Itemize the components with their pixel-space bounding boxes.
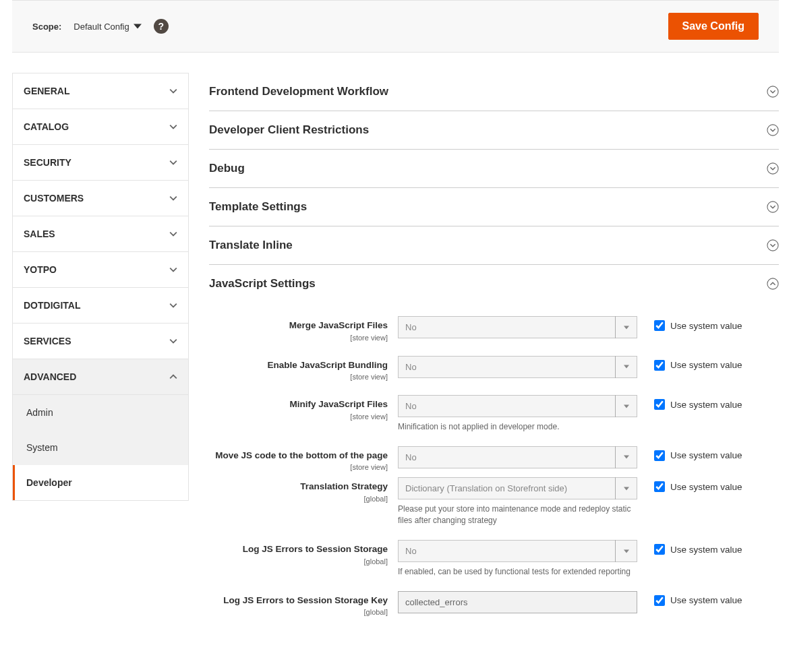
svg-point-5 bbox=[767, 278, 778, 289]
section-frontend-workflow[interactable]: Frontend Development Workflow bbox=[209, 73, 779, 111]
sidebar-subitems: Admin System Developer bbox=[13, 395, 188, 500]
section-title: Translate Inline bbox=[209, 239, 293, 252]
field-label: Enable JavaScript Bundling bbox=[209, 359, 388, 371]
field-scope: [store view] bbox=[350, 373, 388, 381]
field-label: Translation Strategy bbox=[209, 481, 388, 493]
expand-down-icon bbox=[767, 162, 779, 175]
section-title: Debug bbox=[209, 162, 245, 175]
sidebar-sub-system[interactable]: System bbox=[13, 430, 188, 465]
section-client-restrictions[interactable]: Developer Client Restrictions bbox=[209, 111, 779, 150]
move-js-select[interactable]: No bbox=[398, 446, 637, 468]
section-javascript-settings[interactable]: JavaScript Settings bbox=[209, 265, 779, 303]
scope-label: Scope: bbox=[32, 22, 61, 32]
field-label: Minify JavaScript Files bbox=[209, 398, 388, 410]
svg-point-2 bbox=[767, 163, 778, 174]
section-title: Frontend Development Workflow bbox=[209, 85, 388, 98]
field-translation-strategy: Translation Strategy [global] Dictionary… bbox=[209, 477, 779, 526]
help-icon[interactable]: ? bbox=[154, 19, 169, 34]
expand-down-icon bbox=[767, 86, 779, 98]
log-js-select[interactable]: No bbox=[398, 540, 637, 562]
section-debug[interactable]: Debug bbox=[209, 150, 779, 188]
save-config-button[interactable]: Save Config bbox=[668, 13, 759, 40]
field-minify-js: Minify JavaScript Files [store view] No … bbox=[209, 395, 779, 433]
section-translate-inline[interactable]: Translate Inline bbox=[209, 226, 779, 265]
sidebar-item-customers[interactable]: CUSTOMERS bbox=[13, 181, 188, 216]
minify-js-select[interactable]: No bbox=[398, 395, 637, 417]
field-merge-js: Merge JavaScript Files [store view] No U… bbox=[209, 316, 779, 342]
field-note: Minification is not applied in developer… bbox=[398, 421, 637, 433]
log-js-key-input[interactable] bbox=[398, 591, 637, 613]
section-template-settings[interactable]: Template Settings bbox=[209, 188, 779, 226]
chevron-up-icon bbox=[169, 373, 177, 381]
content-area: Frontend Development Workflow Developer … bbox=[209, 73, 779, 630]
field-label: Log JS Errors to Session Storage Key bbox=[209, 594, 388, 607]
field-scope: [store view] bbox=[350, 463, 388, 471]
expand-down-icon bbox=[767, 239, 779, 251]
collapse-up-icon bbox=[767, 278, 779, 290]
use-system-checkbox[interactable] bbox=[654, 481, 665, 492]
use-system-label: Use system value bbox=[670, 321, 742, 331]
sidebar-item-security[interactable]: SECURITY bbox=[13, 145, 188, 181]
field-note: Please put your store into maintenance m… bbox=[398, 503, 637, 526]
use-system-checkbox[interactable] bbox=[654, 450, 665, 461]
chevron-down-icon bbox=[169, 158, 177, 166]
use-system-label: Use system value bbox=[670, 482, 742, 492]
merge-js-select[interactable]: No bbox=[398, 316, 637, 338]
sidebar-item-services[interactable]: SERVICES bbox=[13, 324, 188, 359]
use-system-checkbox[interactable] bbox=[654, 399, 665, 410]
field-scope: [global] bbox=[364, 608, 388, 616]
svg-point-0 bbox=[767, 86, 778, 97]
use-system-checkbox[interactable] bbox=[654, 360, 665, 371]
chevron-down-icon bbox=[169, 123, 177, 131]
config-sidebar: GENERAL CATALOG SECURITY CUSTOMERS SALES… bbox=[12, 73, 189, 501]
field-log-js-errors: Log JS Errors to Session Storage [global… bbox=[209, 540, 779, 578]
field-label: Log JS Errors to Session Storage bbox=[209, 543, 388, 555]
svg-point-1 bbox=[767, 125, 778, 135]
chevron-down-icon bbox=[169, 337, 177, 345]
sidebar-sub-developer[interactable]: Developer bbox=[13, 465, 188, 500]
sidebar-item-general[interactable]: GENERAL bbox=[13, 73, 188, 109]
section-title: JavaScript Settings bbox=[209, 277, 316, 291]
field-log-js-key: Log JS Errors to Session Storage Key [gl… bbox=[209, 591, 779, 617]
field-bundle-js: Enable JavaScript Bundling [store view] … bbox=[209, 356, 779, 382]
field-scope: [store view] bbox=[350, 334, 388, 342]
use-system-label: Use system value bbox=[670, 595, 742, 605]
svg-point-3 bbox=[767, 202, 778, 212]
chevron-down-icon bbox=[169, 301, 177, 309]
scope-wrap: Scope: Default Config ? bbox=[32, 19, 169, 34]
field-label: Move JS code to the bottom of the page bbox=[209, 450, 388, 462]
sidebar-item-dotdigital[interactable]: DOTDIGITAL bbox=[13, 288, 188, 324]
section-title: Developer Client Restrictions bbox=[209, 123, 369, 137]
use-system-checkbox[interactable] bbox=[654, 544, 665, 555]
field-move-js: Move JS code to the bottom of the page [… bbox=[209, 446, 779, 472]
field-note: If enabled, can be used by functional te… bbox=[398, 566, 637, 578]
use-system-label: Use system value bbox=[670, 545, 742, 555]
expand-down-icon bbox=[767, 201, 779, 213]
use-system-label: Use system value bbox=[670, 360, 742, 370]
scope-value: Default Config bbox=[74, 22, 129, 32]
translation-strategy-select[interactable]: Dictionary (Translation on Storefront si… bbox=[398, 477, 637, 499]
chevron-down-icon bbox=[169, 266, 177, 274]
sidebar-item-advanced[interactable]: ADVANCED bbox=[13, 359, 188, 395]
chevron-down-icon bbox=[169, 87, 177, 95]
sidebar-item-yotpo[interactable]: YOTPO bbox=[13, 252, 188, 288]
sidebar-sub-admin[interactable]: Admin bbox=[13, 395, 188, 430]
scope-selector[interactable]: Default Config bbox=[74, 22, 141, 32]
use-system-checkbox[interactable] bbox=[654, 595, 665, 606]
header-bar: Scope: Default Config ? Save Config bbox=[12, 0, 779, 53]
use-system-label: Use system value bbox=[670, 400, 742, 410]
chevron-down-icon bbox=[169, 194, 177, 202]
bundle-js-select[interactable]: No bbox=[398, 356, 637, 378]
field-scope: [global] bbox=[364, 557, 388, 566]
svg-point-4 bbox=[767, 240, 778, 251]
field-scope: [store view] bbox=[350, 413, 388, 421]
use-system-checkbox[interactable] bbox=[654, 320, 665, 331]
field-scope: [global] bbox=[364, 495, 388, 503]
chevron-down-icon bbox=[169, 230, 177, 238]
field-label: Merge JavaScript Files bbox=[209, 319, 388, 332]
caret-down-icon bbox=[134, 22, 142, 30]
section-title: Template Settings bbox=[209, 200, 307, 214]
expand-down-icon bbox=[767, 124, 779, 136]
sidebar-item-sales[interactable]: SALES bbox=[13, 216, 188, 252]
sidebar-item-catalog[interactable]: CATALOG bbox=[13, 109, 188, 145]
